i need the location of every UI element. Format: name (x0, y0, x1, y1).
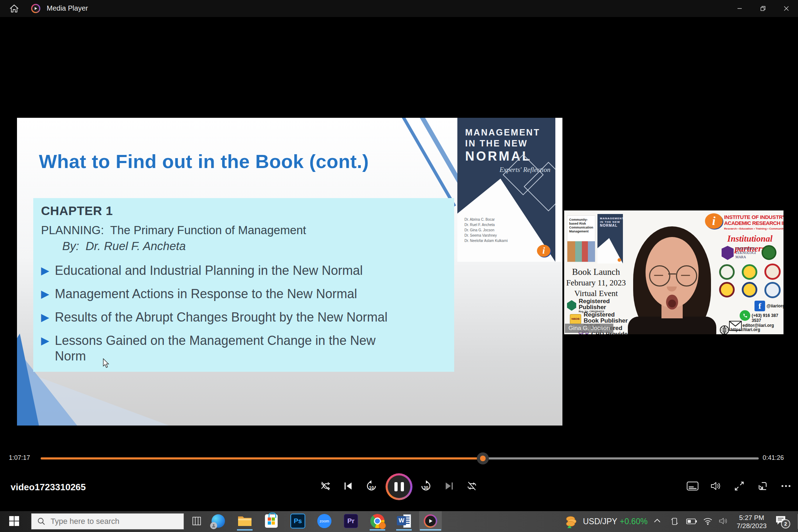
media-player-app-icon (31, 4, 40, 13)
tray-chevron-button[interactable] (654, 518, 661, 523)
taskbar-photoshop[interactable]: Ps (287, 511, 309, 531)
iiari-logo: i (705, 213, 723, 229)
edge-profile-avatar (210, 522, 217, 529)
bullet-item: ▶ Results of the Abrupt Changes Brought … (41, 310, 434, 325)
slide-content-box: CHAPTER 1 PLANNING: The Primary Function… (33, 198, 454, 372)
phone-icon (740, 310, 750, 321)
shuffle-button[interactable] (318, 478, 333, 494)
minimize-button[interactable] (728, 0, 751, 17)
taskbar: Ps zoom Pr W (0, 511, 798, 532)
volume-button[interactable] (708, 478, 724, 494)
chapter-heading: PLANNING: The Primary Function of Manage… (41, 224, 446, 237)
running-indicator (420, 529, 441, 531)
seek-bar-fill (41, 457, 483, 459)
website-url: https://iiari.org (730, 327, 760, 332)
book-title-line: IN THE NEW (465, 138, 555, 149)
start-button[interactable] (3, 511, 25, 531)
wifi-icon (703, 517, 712, 525)
taskbar-zoom[interactable]: zoom (313, 511, 336, 531)
pause-button[interactable] (386, 473, 412, 500)
photoshop-icon: Ps (290, 514, 305, 528)
ticker-coins-icon[interactable] (565, 515, 579, 529)
facebook-icon: f (754, 301, 765, 311)
notification-center-button[interactable]: 2 (775, 515, 787, 527)
taskbar-premiere[interactable]: Pr (340, 511, 362, 531)
speaker-glasses-right (676, 265, 697, 287)
speaker-glasses-bridge (668, 273, 676, 274)
restore-icon (760, 6, 766, 11)
repeat-button[interactable] (464, 478, 480, 494)
file-explorer-icon (238, 515, 252, 527)
chapter-byline: By: Dr. Ruel F. Ancheta (62, 239, 446, 253)
tray-rotation-lock[interactable] (670, 517, 679, 526)
seek-bar-thumb[interactable] (477, 452, 489, 464)
mini-book-cover-2: MANAGEMENT IN THE NEW NORMAL (597, 214, 623, 264)
uitm-label: UNIVERSITI TEKNOLOGI MARA (735, 247, 756, 259)
more-options-button[interactable] (778, 478, 794, 494)
search-input[interactable] (50, 516, 172, 526)
speaker-name-tag: Gina G. Jocson (565, 324, 613, 333)
bullet-triangle-icon: ▶ (41, 333, 49, 364)
taskbar-ms-store[interactable] (260, 511, 283, 531)
screen: { "titlebar": { "app_title": "Media Play… (0, 0, 798, 532)
rotation-lock-icon (670, 517, 679, 526)
partner-logo (742, 264, 757, 280)
media-player-icon (424, 514, 437, 528)
speaker-eye (681, 275, 690, 276)
speaker-icon (719, 517, 728, 525)
captions-button[interactable] (685, 478, 700, 494)
taskbar-chrome[interactable] (366, 511, 389, 531)
chevron-up-icon (654, 518, 661, 523)
clock-date: 7/28/2023 (734, 522, 769, 530)
taskbar-file-explorer[interactable] (233, 511, 256, 531)
ticker-pair[interactable]: USD/JPY (583, 517, 617, 526)
remaining-time: 0:41:26 (763, 454, 784, 462)
skip-back-10-button[interactable]: 10 (364, 478, 379, 494)
iiari-org-name: INSTITUTE OF INDUSTRY AND ACADEMIC RESEA… (724, 214, 783, 230)
zoom-icon: zoom (317, 514, 331, 528)
home-button[interactable] (5, 0, 23, 17)
uitm-logo (722, 246, 734, 260)
next-track-button[interactable] (441, 478, 457, 494)
facebook-handle: @iiariorg (767, 303, 783, 308)
app-title: Media Player (47, 4, 88, 12)
captions-icon (687, 481, 699, 491)
mini-book-1-collage (567, 241, 595, 262)
taskbar-clock[interactable]: 5:27 PM 7/28/2023 (734, 514, 769, 530)
close-icon (783, 6, 789, 11)
tray-network[interactable] (703, 517, 712, 525)
mini-book-1-title: Community-based Risk Communication Manag… (569, 218, 593, 233)
mini-player-button[interactable] (755, 478, 770, 494)
speaker-mouth-inner (668, 300, 676, 307)
play-glyph-icon (34, 7, 37, 10)
partner-logo (742, 282, 757, 297)
registration-publisher: Registered Publisher Reg. No. CR02004219 (567, 298, 610, 313)
partner-logo (764, 264, 781, 280)
bullet-item: ▶ Lessons Gained on the Management Chang… (41, 333, 398, 364)
fullscreen-button[interactable] (732, 478, 747, 494)
skip-forward-30-button[interactable]: 30 (418, 478, 434, 494)
taskbar-word[interactable]: W (393, 511, 415, 531)
speaker-shoulders (628, 317, 716, 334)
task-view-button[interactable] (185, 511, 208, 531)
taskbar-media-player-active[interactable] (419, 511, 442, 531)
tray-battery[interactable] (686, 518, 697, 525)
battery-icon (686, 518, 697, 525)
previous-track-button[interactable] (340, 478, 356, 494)
task-view-icon (192, 516, 202, 526)
taskbar-search[interactable] (31, 513, 184, 530)
event-details: Book Launch February 11, 2023 Virtual Ev… (564, 267, 628, 298)
ticker-change[interactable]: +0.60% (620, 517, 648, 526)
premiere-icon: Pr (344, 514, 358, 528)
fullscreen-icon (734, 481, 745, 491)
taskbar-edge[interactable] (207, 511, 230, 531)
clock-time: 5:27 PM (734, 514, 769, 522)
restore-button[interactable] (751, 0, 775, 17)
word-icon: W (397, 514, 411, 528)
close-button[interactable] (775, 0, 798, 17)
partner-logo (764, 282, 781, 298)
tray-volume[interactable] (719, 517, 728, 525)
webcam-overlay: Community-based Risk Communication Manag… (564, 210, 783, 334)
volume-icon (710, 481, 722, 491)
video-surface[interactable]: What to Find out in the Book (cont.) CHA… (0, 17, 798, 449)
